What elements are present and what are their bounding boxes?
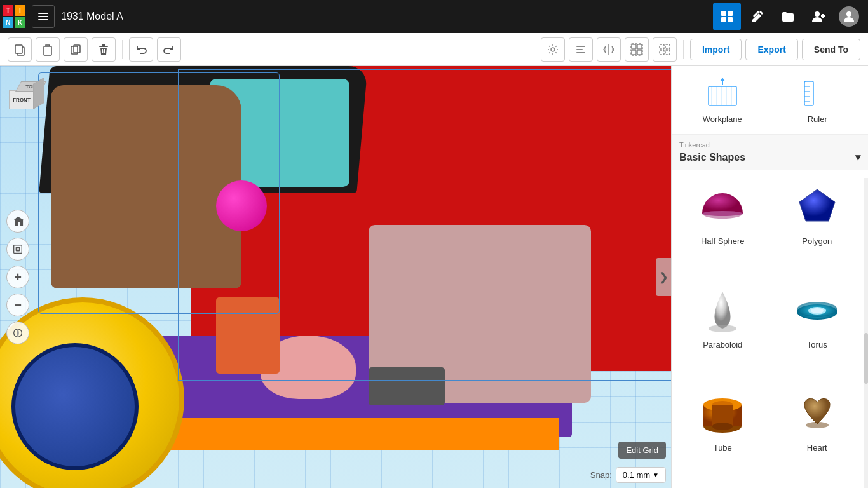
folder-button[interactable] <box>774 3 802 30</box>
car-orange-rect <box>216 297 280 374</box>
paste-button[interactable] <box>36 37 60 62</box>
svg-line-23 <box>549 46 550 46</box>
snap-value-text: 0.1 mm <box>623 470 650 480</box>
toolbar: Import Export Send To <box>0 33 868 66</box>
mirror-button[interactable] <box>597 37 621 62</box>
view-mode-button[interactable] <box>6 322 29 344</box>
svg-rect-0 <box>38 13 48 14</box>
svg-rect-36 <box>660 44 664 49</box>
polygon-label: Polygon <box>802 236 832 246</box>
snap-bar: Snap: 0.1 mm ▼ <box>590 467 666 483</box>
svg-rect-4 <box>728 11 733 16</box>
ruler-icon <box>801 76 834 109</box>
nav-front-label: FRONT <box>13 97 31 103</box>
nav-cube[interactable]: FRONT TOP <box>6 72 57 123</box>
svg-line-26 <box>555 46 556 46</box>
workplane-label: Workplane <box>703 114 742 124</box>
svg-rect-6 <box>728 17 733 22</box>
svg-rect-28 <box>576 49 583 50</box>
heart-thumbnail <box>792 388 843 439</box>
zoom-out-button[interactable]: − <box>6 294 29 316</box>
import-button[interactable]: Import <box>690 39 742 60</box>
snap-label: Snap: <box>590 470 612 480</box>
car-scene <box>0 66 671 488</box>
torus-thumbnail <box>792 285 843 336</box>
svg-rect-38 <box>660 50 664 55</box>
shape-item-tube[interactable]: Tube <box>677 382 769 483</box>
viewport-chevron[interactable]: ❯ <box>656 258 671 296</box>
undo-button[interactable] <box>129 37 153 62</box>
shape-item-heart[interactable]: Heart <box>771 382 864 483</box>
svg-rect-31 <box>632 44 636 49</box>
svg-rect-2 <box>38 19 48 20</box>
svg-rect-1 <box>38 16 48 17</box>
shapes-category-name: Basic Shapes <box>679 152 745 163</box>
ruler-label: Ruler <box>808 114 827 124</box>
svg-point-56 <box>709 325 736 332</box>
workplane-icon <box>706 76 739 109</box>
group-button[interactable] <box>625 37 649 62</box>
svg-point-60 <box>811 308 824 313</box>
shape-item-paraboloid[interactable]: Paraboloid <box>677 279 769 380</box>
left-controls: + − <box>6 210 29 344</box>
shape-item-torus[interactable]: Torus <box>771 279 864 380</box>
logo-t: T <box>3 5 13 16</box>
align-button[interactable] <box>569 37 593 62</box>
svg-rect-3 <box>721 11 726 16</box>
tube-label: Tube <box>714 443 732 452</box>
svg-rect-27 <box>576 46 585 47</box>
shape-item-half-sphere[interactable]: Half Sphere <box>677 175 769 276</box>
ruler-button[interactable]: Ruler <box>773 76 862 124</box>
avatar-button[interactable] <box>835 3 863 30</box>
polygon-thumbnail <box>792 182 843 233</box>
export-button[interactable]: Export <box>745 39 797 60</box>
snap-dropdown-icon: ▼ <box>653 471 659 478</box>
copy-button[interactable] <box>8 37 32 62</box>
edit-grid-button[interactable]: Edit Grid <box>618 442 666 459</box>
toolbar-right: Import Export Send To <box>541 37 860 62</box>
fit-view-button[interactable] <box>6 238 29 261</box>
svg-marker-54 <box>799 189 835 221</box>
tube-thumbnail <box>697 388 748 439</box>
svg-line-25 <box>549 52 550 53</box>
redo-button[interactable] <box>157 37 181 62</box>
svg-rect-5 <box>721 17 726 22</box>
car-dark-box <box>369 367 445 405</box>
snap-value-button[interactable]: 0.1 mm ▼ <box>616 467 666 483</box>
svg-rect-43 <box>709 86 736 105</box>
workplane-button[interactable]: Workplane <box>678 76 767 124</box>
add-user-button[interactable] <box>804 3 832 30</box>
svg-rect-32 <box>637 44 642 49</box>
svg-rect-29 <box>576 52 585 53</box>
duplicate-button[interactable] <box>64 37 88 62</box>
list-button[interactable] <box>32 5 55 28</box>
chevron-down-icon: ▾ <box>855 151 860 163</box>
shapes-category: Tinkercad Basic Shapes ▾ <box>672 135 868 170</box>
paraboloid-thumbnail <box>697 285 748 336</box>
logo[interactable]: T I N K <box>0 0 28 33</box>
svg-rect-13 <box>44 46 51 55</box>
tools-button[interactable] <box>743 3 771 30</box>
home-button[interactable] <box>6 210 29 233</box>
svg-rect-39 <box>665 50 670 55</box>
shapes-category-dropdown[interactable]: Basic Shapes ▾ <box>679 151 860 163</box>
svg-rect-41 <box>16 247 19 250</box>
svg-point-66 <box>712 423 733 430</box>
main-area: FRONT TOP + − <box>0 66 868 488</box>
zoom-in-button[interactable]: + <box>6 266 29 288</box>
grid-view-button[interactable] <box>713 3 741 30</box>
viewport[interactable]: FRONT TOP + − <box>0 66 671 488</box>
light-button[interactable] <box>541 37 565 62</box>
ungroup-button[interactable] <box>653 37 677 62</box>
sendto-button[interactable]: Send To <box>802 39 860 60</box>
svg-point-10 <box>846 11 851 17</box>
delete-button[interactable] <box>92 37 116 62</box>
car-brown-body <box>51 85 241 288</box>
scrollbar-thumb[interactable] <box>864 333 868 384</box>
separator-1 <box>122 40 123 59</box>
heart-label: Heart <box>807 443 827 452</box>
half-sphere-label: Half Sphere <box>701 236 745 246</box>
svg-point-67 <box>806 422 829 428</box>
logo-n: N <box>3 17 13 28</box>
shape-item-polygon[interactable]: Polygon <box>771 175 864 276</box>
